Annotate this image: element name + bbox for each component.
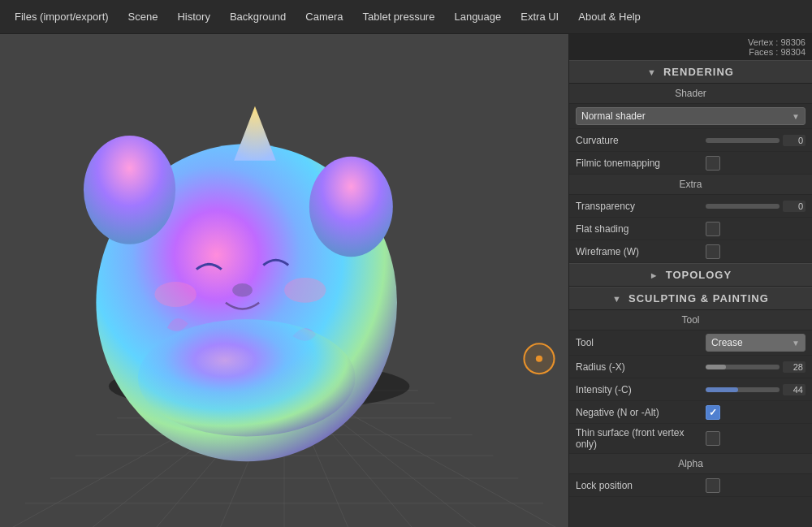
curvature-slider[interactable]	[706, 138, 780, 143]
sculpting-label: SCULPTING & PAINTING	[628, 292, 769, 305]
svg-point-25	[284, 278, 326, 303]
menu-about[interactable]: About & Help	[570, 6, 649, 28]
menu-files[interactable]: Files (import/export)	[6, 6, 117, 28]
transparency-value-container: 0	[706, 201, 806, 212]
menu-history[interactable]: History	[169, 6, 218, 28]
filmic-label: Filmic tonemapping	[576, 158, 706, 169]
flat-shading-label: Flat shading	[576, 223, 706, 235]
transparency-num: 0	[783, 201, 806, 212]
radius-value-container: 28	[706, 361, 806, 373]
topology-label: TOPOLOGY	[666, 269, 732, 281]
tool-dropdown[interactable]: Crease ▼	[706, 334, 806, 352]
curvature-num: 0	[783, 135, 806, 146]
tool-label: Tool	[576, 337, 706, 348]
topology-section-header[interactable]: ► TOPOLOGY	[569, 263, 812, 287]
tool-value: Crease	[711, 337, 743, 348]
filmic-row: Filmic tonemapping	[569, 152, 812, 175]
svg-point-20	[84, 136, 175, 244]
negative-checkbox[interactable]: ✓	[706, 405, 720, 420]
wireframe-checkbox[interactable]	[706, 244, 720, 259]
tool-dropdown-arrow-icon: ▼	[792, 339, 800, 348]
curvature-label: Curvature	[576, 135, 706, 146]
thin-surface-row: Thin surface (front vertex only)	[569, 424, 812, 454]
faces-count: Faces : 98304	[576, 47, 806, 57]
filmic-checkbox-container	[706, 156, 806, 171]
topology-arrow-icon: ►	[650, 270, 659, 280]
thin-surface-checkbox-container	[706, 431, 806, 446]
negative-label: Negative (N or -Alt)	[576, 407, 706, 418]
radius-slider[interactable]	[706, 365, 780, 369]
sculpting-section-header[interactable]: ▼ SCULPTING & PAINTING	[569, 287, 812, 310]
tool-sublabel: Tool	[569, 310, 812, 330]
negative-checkmark: ✓	[709, 407, 717, 418]
curvature-row: Curvature 0	[569, 129, 812, 152]
lock-position-label: Lock position	[576, 480, 706, 491]
sculpting-arrow-icon: ▼	[612, 294, 622, 304]
rendering-arrow-icon: ▼	[647, 67, 657, 77]
flat-shading-checkbox[interactable]	[706, 222, 720, 236]
menu-scene[interactable]: Scene	[120, 6, 166, 28]
shader-sublabel: Shader	[569, 84, 812, 104]
radius-num: 28	[783, 361, 806, 373]
menubar: Files (import/export)SceneHistoryBackgro…	[0, 0, 812, 34]
negative-row: Negative (N or -Alt) ✓	[569, 401, 812, 424]
flat-shading-checkbox-container	[706, 222, 806, 236]
shader-dropdown-arrow-icon: ▼	[792, 112, 800, 121]
stats-bar: Vertex : 98306 Faces : 98304	[569, 34, 812, 60]
shader-value: Normal shader	[581, 110, 646, 122]
tool-dropdown-container: Crease ▼	[706, 334, 806, 352]
menu-tablet[interactable]: Tablet pressure	[355, 6, 443, 28]
svg-point-21	[309, 157, 393, 257]
thin-surface-checkbox[interactable]	[706, 431, 720, 446]
shader-row: Normal shader ▼	[569, 104, 812, 129]
svg-point-28	[536, 356, 542, 362]
transparency-slider[interactable]	[706, 204, 780, 209]
radius-row: Radius (-X) 28	[569, 356, 812, 378]
vertex-count: Vertex : 98306	[576, 37, 806, 47]
svg-point-24	[154, 282, 196, 307]
model-svg	[0, 34, 568, 527]
thin-surface-label: Thin surface (front vertex only)	[576, 427, 706, 450]
intensity-value-container: 44	[706, 384, 806, 395]
transparency-label: Transparency	[576, 201, 706, 212]
wireframe-row: Wireframe (W)	[569, 240, 812, 263]
negative-checkbox-container: ✓	[706, 405, 806, 420]
intensity-num: 44	[783, 384, 806, 395]
svg-point-26	[138, 319, 356, 436]
rendering-section-header[interactable]: ▼ RENDERING	[569, 60, 812, 84]
shader-dropdown-container: Normal shader ▼	[576, 107, 806, 125]
curvature-value-container: 0	[706, 135, 806, 146]
lock-position-checkbox[interactable]	[706, 478, 720, 493]
intensity-row: Intensity (-C) 44	[569, 378, 812, 401]
wireframe-label: Wireframe (W)	[576, 246, 706, 257]
right-panel: Vertex : 98306 Faces : 98304 ▼ RENDERING…	[568, 34, 812, 527]
flat-shading-row: Flat shading	[569, 218, 812, 240]
filmic-checkbox[interactable]	[706, 156, 720, 171]
radius-label: Radius (-X)	[576, 361, 706, 373]
viewport[interactable]	[0, 34, 568, 527]
extra-sublabel: Extra	[569, 175, 812, 195]
intensity-slider[interactable]	[706, 387, 780, 392]
main-area: Vertex : 98306 Faces : 98304 ▼ RENDERING…	[0, 34, 812, 527]
tool-row: Tool Crease ▼	[569, 330, 812, 356]
shader-dropdown[interactable]: Normal shader ▼	[576, 107, 806, 125]
alpha-sublabel: Alpha	[569, 454, 812, 474]
transparency-row: Transparency 0	[569, 195, 812, 218]
menu-background[interactable]: Background	[222, 6, 294, 28]
intensity-label: Intensity (-C)	[576, 384, 706, 395]
menu-extra-ui[interactable]: Extra UI	[512, 6, 567, 28]
menu-language[interactable]: Language	[446, 6, 509, 28]
lock-position-checkbox-container	[706, 478, 806, 493]
lock-position-row: Lock position	[569, 474, 812, 497]
menu-camera[interactable]: Camera	[297, 6, 351, 28]
wireframe-checkbox-container	[706, 244, 806, 259]
rendering-label: RENDERING	[663, 66, 734, 78]
svg-point-23	[232, 283, 253, 296]
